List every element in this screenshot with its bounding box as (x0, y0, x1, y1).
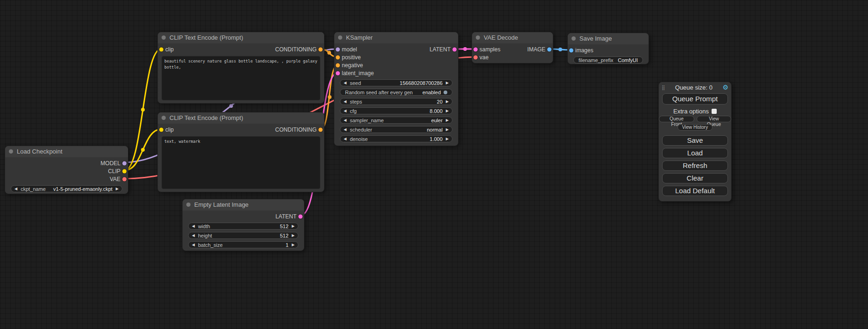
node-title-bar[interactable]: CLIP Text Encode (Prompt) (158, 32, 324, 43)
widget-name: batch_size (198, 242, 223, 248)
latent-output-port[interactable] (452, 47, 457, 51)
node-title-bar[interactable]: Empty Latent Image (183, 199, 304, 210)
increment-arrow-icon[interactable]: ▶ (446, 81, 449, 85)
increment-arrow-icon[interactable]: ▶ (292, 234, 295, 238)
cfg-widget[interactable]: ◀ cfg 8.000 ▶ (340, 107, 452, 114)
images-input-label: images (575, 47, 593, 54)
widget-value: enabled (413, 90, 441, 95)
settings-gear-icon[interactable]: ⚙ (722, 84, 728, 91)
next-value-arrow-icon[interactable]: ▶ (446, 128, 449, 132)
decrement-arrow-icon[interactable]: ◀ (344, 100, 346, 104)
next-value-arrow-icon[interactable]: ▶ (116, 187, 119, 191)
widget-name: cfg (350, 108, 357, 114)
decrement-arrow-icon[interactable]: ◀ (192, 224, 195, 228)
conditioning-output-port[interactable] (318, 127, 323, 132)
increment-arrow-icon[interactable]: ▶ (446, 137, 449, 141)
load-button[interactable]: Load (662, 148, 728, 158)
node-title-bar[interactable]: Save Image (568, 33, 649, 44)
clear-button[interactable]: Clear (662, 173, 728, 183)
negative-prompt-input[interactable]: text, watermark (162, 136, 320, 189)
vae-input-port[interactable] (473, 55, 478, 59)
node-title-bar[interactable]: Load Checkpoint (5, 146, 128, 157)
filename-prefix-widget[interactable]: filename_prefix ComfyUI (573, 56, 643, 63)
prev-value-arrow-icon[interactable]: ◀ (14, 187, 17, 191)
view-queue-button[interactable]: View Queue (697, 116, 731, 122)
node-clip-text-encode-positive[interactable]: CLIP Text Encode (Prompt) clip CONDITION… (157, 32, 325, 104)
drag-handle-icon[interactable]: ⣿ (662, 85, 665, 90)
collapse-dot-icon[interactable] (162, 116, 166, 120)
samples-input-port[interactable] (473, 47, 478, 51)
queue-front-button[interactable]: Queue Front (659, 116, 694, 122)
model-input-port[interactable] (336, 47, 340, 51)
collapse-dot-icon[interactable] (338, 35, 342, 40)
model-output-label: MODEL (100, 160, 120, 167)
latent-output-port[interactable] (298, 214, 303, 218)
extra-options-label: Extra options (673, 108, 709, 115)
positive-prompt-input[interactable]: beautiful scenery nature glass bottle la… (162, 56, 320, 100)
node-ksampler[interactable]: KSampler model LATENT positive negative (334, 32, 459, 146)
clip-input-port[interactable] (159, 127, 163, 132)
node-title: VAE Decode (484, 34, 518, 41)
node-save-image[interactable]: Save Image images filename_prefix ComfyU… (567, 33, 649, 64)
node-title-bar[interactable]: CLIP Text Encode (Prompt) (158, 112, 324, 124)
clip-output-port[interactable] (122, 169, 127, 173)
increment-arrow-icon[interactable]: ▶ (446, 100, 449, 104)
image-output-port[interactable] (547, 47, 551, 51)
height-widget[interactable]: ◀ height 512 ▶ (188, 232, 298, 239)
prev-value-arrow-icon[interactable]: ◀ (344, 128, 346, 132)
load-default-button[interactable]: Load Default (662, 186, 728, 196)
extra-options-checkbox[interactable] (712, 109, 717, 114)
denoise-widget[interactable]: ◀ denoise 1.000 ▶ (340, 135, 452, 142)
output-row-latent: LATENT (183, 212, 304, 220)
latent-image-input-port[interactable] (336, 71, 340, 75)
samples-input-label: samples (480, 46, 501, 53)
collapse-dot-icon[interactable] (162, 35, 166, 40)
queue-prompt-button[interactable]: Queue Prompt (662, 93, 728, 105)
collapse-dot-icon[interactable] (476, 35, 480, 40)
random-seed-toggle-widget[interactable]: Random seed after every gen enabled (340, 89, 452, 96)
collapse-dot-icon[interactable] (186, 203, 191, 207)
decrement-arrow-icon[interactable]: ◀ (344, 137, 346, 141)
vae-output-port[interactable] (122, 177, 127, 181)
batch-size-widget[interactable]: ◀ batch_size 1 ▶ (188, 241, 298, 248)
scheduler-widget[interactable]: ◀ scheduler normal ▶ (340, 126, 452, 133)
increment-arrow-icon[interactable]: ▶ (292, 224, 295, 228)
widget-name: height (198, 233, 212, 238)
images-input-port[interactable] (569, 48, 573, 52)
slot-row: latent_image (334, 69, 458, 77)
decrement-arrow-icon[interactable]: ◀ (192, 243, 195, 247)
node-title-bar[interactable]: KSampler (334, 32, 458, 43)
decrement-arrow-icon[interactable]: ◀ (344, 109, 346, 113)
decrement-arrow-icon[interactable]: ◀ (192, 234, 195, 238)
positive-input-port[interactable] (336, 55, 340, 59)
steps-widget[interactable]: ◀ steps 20 ▶ (340, 98, 452, 105)
toggle-state-dot-icon[interactable] (444, 91, 447, 94)
sampler-name-widget[interactable]: ◀ sampler_name euler ▶ (340, 117, 452, 124)
negative-input-port[interactable] (336, 63, 340, 67)
model-output-port[interactable] (122, 161, 127, 165)
refresh-button[interactable]: Refresh (662, 161, 728, 171)
wire-midpoint-dot (327, 51, 331, 55)
prev-value-arrow-icon[interactable]: ◀ (344, 119, 346, 122)
decrement-arrow-icon[interactable]: ◀ (344, 81, 346, 85)
slot-row: clip CONDITIONING (158, 45, 324, 53)
width-widget[interactable]: ◀ width 512 ▶ (188, 223, 298, 230)
node-title-bar[interactable]: VAE Decode (472, 32, 553, 43)
node-title: KSampler (346, 34, 373, 41)
conditioning-output-port[interactable] (318, 47, 323, 51)
node-empty-latent-image[interactable]: Empty Latent Image LATENT ◀ width 512 ▶ … (182, 199, 304, 251)
next-value-arrow-icon[interactable]: ▶ (446, 119, 449, 122)
view-history-button[interactable]: View History (677, 124, 713, 131)
clip-input-port[interactable] (159, 47, 163, 51)
node-load-checkpoint[interactable]: Load Checkpoint MODEL CLIP VAE ◀ ckpt_na… (5, 146, 128, 194)
node-clip-text-encode-negative[interactable]: CLIP Text Encode (Prompt) clip CONDITION… (157, 112, 325, 192)
collapse-dot-icon[interactable] (572, 36, 576, 41)
increment-arrow-icon[interactable]: ▶ (292, 243, 295, 247)
increment-arrow-icon[interactable]: ▶ (446, 109, 449, 113)
ckpt-name-widget[interactable]: ◀ ckpt_name v1-5-pruned-emaonly.ckpt ▶ (11, 185, 122, 192)
seed-widget[interactable]: ◀ seed 156680208700286 ▶ (340, 79, 452, 86)
node-vae-decode[interactable]: VAE Decode samples IMAGE vae (472, 32, 553, 63)
widget-name: seed (350, 80, 361, 86)
collapse-dot-icon[interactable] (9, 149, 13, 154)
save-button[interactable]: Save (662, 135, 728, 146)
